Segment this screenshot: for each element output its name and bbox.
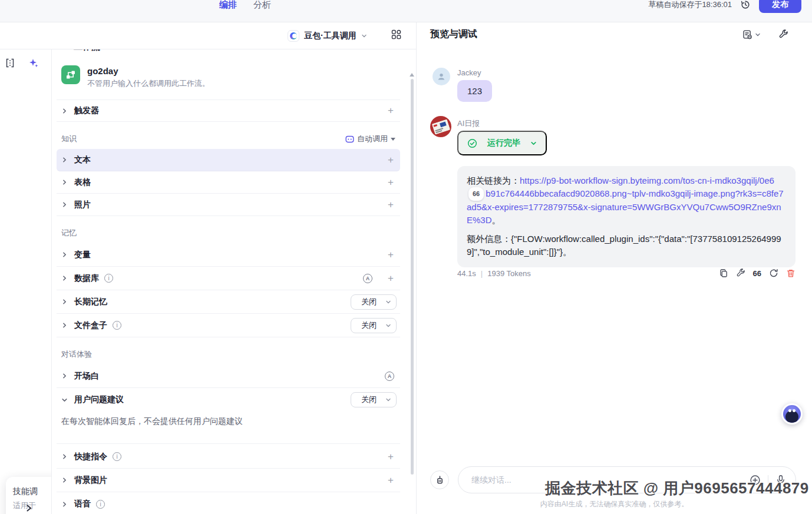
row-label: 变量 <box>74 250 91 260</box>
auto-badge-icon[interactable]: A <box>385 372 394 381</box>
auto-badge-icon[interactable]: A <box>363 274 372 283</box>
prompt-panel-button[interactable] <box>5 58 15 68</box>
user-avatar <box>433 68 450 85</box>
add-database-button[interactable]: + <box>385 273 397 284</box>
row-variable[interactable]: 变量 + <box>57 243 400 267</box>
chevron-right-icon <box>61 201 68 208</box>
expand-panel-button[interactable] <box>25 502 38 514</box>
clear-context-button[interactable] <box>430 470 449 489</box>
debug-wrench-button[interactable] <box>736 268 745 278</box>
chevron-right-icon <box>25 504 38 512</box>
info-icon[interactable]: i <box>104 274 113 283</box>
add-variable-button[interactable]: + <box>385 249 397 261</box>
debug-log-dropdown[interactable] <box>742 29 761 39</box>
message-input-wrapper <box>458 466 796 493</box>
row-knowledge-table[interactable]: 表格 + <box>57 171 400 194</box>
microphone-icon <box>775 475 786 485</box>
add-shortcut-button[interactable]: + <box>385 451 397 463</box>
apps-grid-icon <box>391 29 401 39</box>
link-text: https://p9-bot-workflow-sign.byteimg.com… <box>520 175 774 185</box>
row-database[interactable]: 数据库 i A + <box>57 267 400 290</box>
row-background-image[interactable]: 背景图片 + <box>57 469 400 492</box>
panel-title: 预览与调试 <box>430 28 477 41</box>
scrollbar-thumb[interactable] <box>411 79 414 475</box>
filebox-select[interactable]: 关闭 <box>351 318 397 333</box>
row-label: 用户问题建议 <box>74 394 124 405</box>
trash-icon <box>786 268 796 278</box>
row-suggestion[interactable]: 用户问题建议 关闭 <box>57 388 400 412</box>
select-value: 关闭 <box>356 394 382 405</box>
message-input[interactable] <box>471 475 742 485</box>
bot-name: AI日报 <box>457 118 480 129</box>
row-voice-clipped[interactable]: 语音 i <box>57 492 400 514</box>
add-text-knowledge-button[interactable]: + <box>385 154 397 166</box>
row-label: 语音 <box>74 499 91 509</box>
copy-button[interactable] <box>719 268 728 278</box>
row-filebox[interactable]: 文件盒子 i 关闭 <box>57 314 400 337</box>
row-label: 文件盒子 <box>74 320 107 331</box>
workflow-desc: 不管用户输入什么都调用此工作流。 <box>87 78 210 89</box>
info-icon[interactable]: i <box>96 500 105 509</box>
add-background-button[interactable]: + <box>385 475 397 486</box>
add-table-knowledge-button[interactable]: + <box>385 177 397 188</box>
wrench-icon <box>778 29 788 39</box>
info-icon[interactable]: i <box>113 452 121 461</box>
chevron-down-icon <box>385 323 391 329</box>
long-term-memory-select[interactable]: 关闭 <box>351 294 397 310</box>
row-knowledge-text[interactable]: 文本 + <box>57 149 400 171</box>
group-knowledge: 知识 自动调用 <box>61 131 395 147</box>
chevron-down-icon <box>530 140 537 147</box>
voice-input-button[interactable] <box>775 475 786 485</box>
row-label: 背景图片 <box>74 475 107 486</box>
row-label: 表格 <box>74 177 91 188</box>
ai-optimize-button[interactable] <box>28 58 39 68</box>
add-trigger-button[interactable]: + <box>385 105 397 117</box>
chat-composer <box>430 466 796 493</box>
tab-analytics[interactable]: 分析 <box>253 0 271 11</box>
knowledge-mode-dropdown[interactable]: 自动调用 <box>345 134 395 144</box>
chevron-down-icon <box>385 299 391 305</box>
publish-button[interactable]: 发布 <box>759 0 801 13</box>
row-label: 照片 <box>74 200 91 210</box>
knowledge-mode-value: 自动调用 <box>357 134 388 144</box>
document-clear-icon <box>742 29 752 39</box>
model-name: 豆包·工具调用 <box>304 31 357 41</box>
row-knowledge-photo[interactable]: 照片 + <box>57 194 400 216</box>
tab-orchestrate[interactable]: 编排 <box>219 0 237 11</box>
run-status-text: 运行完毕 <box>483 138 525 148</box>
check-circle-icon <box>467 138 477 148</box>
chevron-down-icon <box>361 33 367 39</box>
config-scrollbar[interactable] <box>410 72 414 514</box>
row-label: 数据库 <box>74 273 99 284</box>
run-status-toggle[interactable]: 运行完毕 <box>457 131 547 155</box>
chevron-right-icon <box>61 251 68 258</box>
scroll-up-arrow[interactable] <box>410 73 414 77</box>
reply-meta-row: 44.1s | 1939 Tokens 66 <box>457 268 796 278</box>
group-label: 对话体验 <box>61 349 92 360</box>
regenerate-button[interactable] <box>769 268 778 278</box>
suggestion-select[interactable]: 关闭 <box>351 392 397 407</box>
attach-button[interactable] <box>750 475 761 486</box>
model-selector[interactable]: 豆包·工具调用 <box>288 28 367 44</box>
row-opening[interactable]: 开场白 A <box>57 364 400 388</box>
group-chat-experience: 对话体验 <box>61 347 395 362</box>
reply-duration: 44.1s <box>457 269 476 278</box>
debug-tools-button[interactable] <box>778 29 788 39</box>
delete-message-button[interactable] <box>786 268 796 278</box>
person-icon <box>436 71 447 82</box>
workflow-item-go2day[interactable]: go2day 不管用户输入什么都调用此工作流。 <box>57 58 400 100</box>
chevron-right-icon <box>61 322 68 329</box>
assistant-mascot-button[interactable] <box>781 403 803 425</box>
row-long-term-memory[interactable]: 长期记忆 关闭 <box>57 290 400 314</box>
layout-grid-button[interactable] <box>391 29 401 39</box>
add-photo-knowledge-button[interactable]: + <box>385 199 397 211</box>
copy-icon <box>719 268 728 278</box>
info-icon[interactable]: i <box>113 321 121 330</box>
row-trigger[interactable]: 触发器 + <box>57 100 400 122</box>
history-icon <box>740 0 751 10</box>
quote-citation-button[interactable]: 66 <box>753 269 761 278</box>
citation-badge[interactable]: 66 <box>468 187 484 201</box>
reply-paragraph-extra: 额外信息：{"FLOW:workflow:called_plugin_ids":… <box>467 233 786 258</box>
row-shortcut[interactable]: 快捷指令 i + <box>57 445 400 469</box>
history-button[interactable] <box>740 0 751 10</box>
